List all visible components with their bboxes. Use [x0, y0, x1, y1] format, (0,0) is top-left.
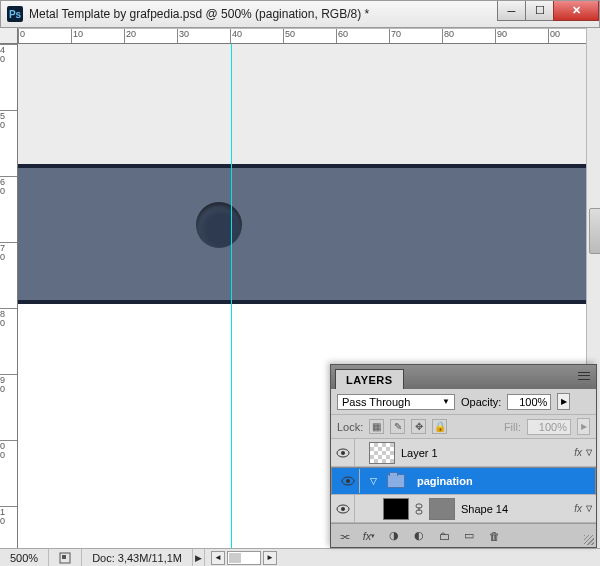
layer-item[interactable]: Shape 14 fx ▽: [331, 495, 596, 523]
canvas-band: [18, 164, 586, 304]
maximize-button[interactable]: ☐: [525, 1, 553, 21]
vector-mask-thumbnail[interactable]: [383, 498, 409, 520]
panel-menu-icon[interactable]: [576, 369, 592, 383]
status-bar: 500% Doc: 3,43M/11,1M ▶ ◄ ►: [0, 548, 600, 566]
blend-mode-value: Pass Through: [342, 396, 410, 408]
visibility-toggle[interactable]: [331, 439, 355, 466]
scroll-right-button[interactable]: ►: [263, 551, 277, 565]
fill-input: 100%: [527, 419, 571, 435]
app-icon: Ps: [7, 6, 23, 22]
window-title: Metal Template by grafpedia.psd @ 500% (…: [29, 7, 369, 21]
shape-circle: [196, 202, 242, 248]
new-group-icon[interactable]: 🗀: [435, 528, 453, 544]
opacity-label: Opacity:: [461, 396, 501, 408]
scrollbar-thumb[interactable]: [589, 208, 600, 254]
tab-layers[interactable]: LAYERS: [335, 369, 404, 389]
svg-point-3: [341, 451, 345, 455]
delete-layer-icon[interactable]: 🗑: [485, 528, 503, 544]
layer-effects-label[interactable]: fx: [574, 447, 582, 458]
status-menu-arrow[interactable]: ▶: [193, 549, 205, 566]
svg-point-5: [346, 479, 350, 483]
lock-label: Lock:: [337, 421, 363, 433]
title-bar: Ps Metal Template by grafpedia.psd @ 500…: [0, 0, 600, 28]
guide-vertical[interactable]: [231, 44, 232, 548]
ruler-origin[interactable]: [0, 28, 18, 44]
lock-image-icon[interactable]: ✎: [390, 419, 405, 434]
lock-position-icon[interactable]: ✥: [411, 419, 426, 434]
link-layers-icon[interactable]: ⫘: [335, 528, 353, 544]
layers-panel-footer: ⫘ fx▾ ◑ ◐ 🗀 ▭ 🗑: [331, 523, 596, 547]
layer-thumbnail[interactable]: [369, 442, 395, 464]
opacity-stepper[interactable]: ▶: [557, 393, 570, 410]
scroll-left-button[interactable]: ◄: [211, 551, 225, 565]
lock-all-icon[interactable]: 🔒: [432, 419, 447, 434]
blend-mode-select[interactable]: Pass Through▼: [337, 394, 455, 410]
layer-effects-label[interactable]: fx: [574, 503, 582, 514]
fx-expand-icon[interactable]: ▽: [586, 448, 592, 457]
zoom-level[interactable]: 500%: [0, 549, 49, 566]
minimize-button[interactable]: ─: [497, 1, 525, 21]
layers-panel: LAYERS Pass Through▼ Opacity: 100% ▶ Loc…: [330, 364, 597, 548]
layer-name[interactable]: pagination: [417, 475, 591, 487]
adjustment-layer-icon[interactable]: ◐: [410, 528, 428, 544]
visibility-toggle[interactable]: [336, 469, 360, 493]
fill-label: Fill:: [504, 421, 521, 433]
close-button[interactable]: ✕: [553, 1, 599, 21]
folder-icon: [387, 474, 405, 488]
new-layer-icon[interactable]: ▭: [460, 528, 478, 544]
canvas-background-top: [18, 44, 586, 164]
svg-point-7: [341, 507, 345, 511]
scroll-h-track[interactable]: [227, 551, 261, 565]
link-icon[interactable]: [415, 502, 425, 516]
layer-list: Layer 1 fx ▽ ▽ pagination Shape 14 fx ▽: [331, 439, 596, 523]
layer-thumbnail[interactable]: [429, 498, 455, 520]
panel-tabs: LAYERS: [331, 365, 596, 389]
layer-group-item[interactable]: ▽ pagination: [331, 467, 596, 495]
layer-item[interactable]: Layer 1 fx ▽: [331, 439, 596, 467]
fill-stepper: ▶: [577, 418, 590, 435]
status-preview-icon[interactable]: [49, 549, 82, 566]
ruler-vertical[interactable]: 4050607080900010: [0, 44, 18, 548]
layer-style-icon[interactable]: fx▾: [360, 528, 378, 544]
opacity-input[interactable]: 100%: [507, 394, 551, 410]
fx-expand-icon[interactable]: ▽: [586, 504, 592, 513]
doc-size: Doc: 3,43M/11,1M: [82, 549, 193, 566]
lock-transparent-icon[interactable]: ▦: [369, 419, 384, 434]
visibility-toggle[interactable]: [331, 495, 355, 522]
ruler-horizontal[interactable]: 0102030405060708090001: [18, 28, 600, 44]
scrollbar-horizontal[interactable]: ◄ ►: [211, 551, 277, 565]
layer-name[interactable]: Shape 14: [461, 503, 574, 515]
resize-handle-icon[interactable]: [584, 535, 594, 545]
layer-name[interactable]: Layer 1: [401, 447, 574, 459]
layer-mask-icon[interactable]: ◑: [385, 528, 403, 544]
group-expand-icon[interactable]: ▽: [370, 476, 377, 486]
svg-rect-1: [62, 555, 66, 559]
